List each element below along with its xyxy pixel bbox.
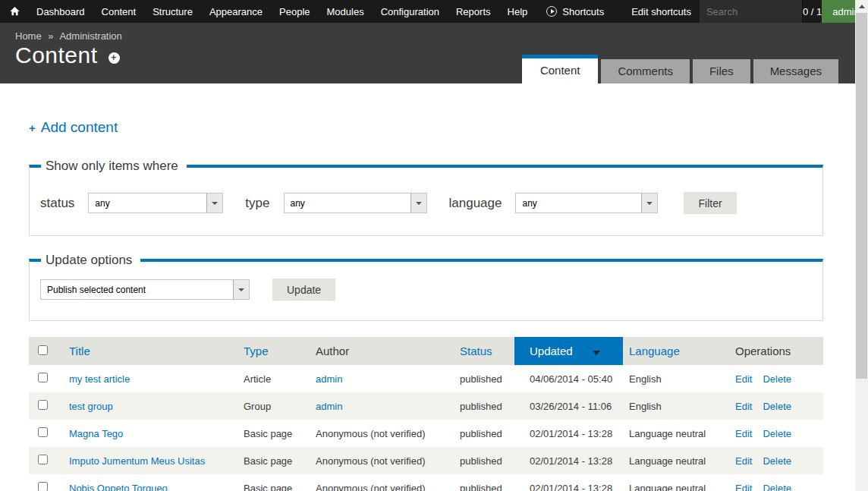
language-label: language	[449, 196, 502, 211]
table-row: test group Group admin published 03/26/2…	[29, 392, 823, 420]
update-options-fieldset: Update options Publish selected content …	[29, 253, 823, 321]
row-edit-link[interactable]: Edit	[735, 428, 752, 439]
row-language: Language neutral	[623, 420, 729, 447]
row-delete-link[interactable]: Delete	[763, 455, 791, 467]
scrollbar-thumb[interactable]	[856, 13, 867, 379]
shortcuts-label: Shortcuts	[562, 6, 604, 17]
update-button[interactable]: Update	[272, 279, 335, 301]
table-header-row: Title Type Author Status Updated Languag…	[29, 337, 823, 365]
menu-structure[interactable]: Structure	[144, 0, 201, 23]
row-select-checkbox[interactable]	[38, 400, 48, 410]
tab-files[interactable]: Files	[693, 59, 750, 83]
contextual-plus-icon[interactable]: +	[108, 52, 120, 64]
type-select-value: any	[285, 194, 410, 212]
update-action-select[interactable]: Publish selected content	[40, 279, 250, 300]
row-language: Language neutral	[623, 474, 729, 491]
row-updated: 02/01/2014 - 13:28	[514, 447, 623, 474]
sort-by-title-link[interactable]: Title	[69, 345, 90, 357]
row-title-link[interactable]: test group	[69, 401, 113, 412]
language-select[interactable]: any	[515, 193, 658, 213]
add-content-link[interactable]: + Add content	[29, 119, 118, 136]
breadcrumb-separator: »	[48, 30, 53, 42]
type-select[interactable]: any	[284, 193, 427, 213]
row-delete-link[interactable]: Delete	[763, 483, 791, 491]
breadcrumb-section: Administration	[59, 30, 121, 42]
add-content-label: Add content	[41, 119, 118, 136]
row-select-checkbox[interactable]	[38, 482, 48, 491]
main-content: + Add content Show only items where stat…	[0, 83, 855, 491]
row-updated: 02/01/2014 - 13:28	[514, 420, 623, 447]
row-updated: 02/01/2014 - 13:28	[514, 474, 623, 491]
sort-desc-icon	[593, 351, 600, 355]
row-language: Language neutral	[623, 447, 729, 474]
edit-shortcuts-link[interactable]: Edit shortcuts	[623, 0, 700, 23]
row-status: published	[454, 447, 514, 474]
author-column-header: Author	[316, 345, 349, 357]
row-status: published	[454, 420, 514, 447]
row-title-link[interactable]: my test article	[69, 373, 130, 385]
breadcrumb: Home » Administration	[15, 30, 122, 42]
add-plus-icon: +	[29, 121, 36, 134]
row-updated: 03/26/2014 - 11:06	[514, 392, 623, 420]
page-header: Home » Administration Content + Content …	[0, 23, 855, 83]
language-select-value: any	[516, 194, 641, 212]
sort-by-updated-link[interactable]: Updated	[530, 345, 573, 357]
update-options-legend: Update options	[41, 253, 140, 268]
scrollbar-up-icon[interactable]	[855, 0, 868, 13]
filter-fieldset: Show only items where status any type an…	[29, 159, 823, 236]
sort-by-type-link[interactable]: Type	[244, 345, 269, 357]
menu-appearance[interactable]: Appearance	[201, 0, 271, 23]
menu-configuration[interactable]: Configuration	[373, 0, 448, 23]
menu-help[interactable]: Help	[499, 0, 536, 23]
shortcuts-toggle[interactable]: Shortcuts	[536, 0, 612, 23]
menu-dashboard[interactable]: Dashboard	[28, 0, 93, 23]
row-delete-link[interactable]: Delete	[763, 428, 791, 439]
row-status: published	[454, 365, 514, 392]
row-edit-link[interactable]: Edit	[735, 401, 752, 412]
row-type: Group	[237, 392, 310, 420]
tab-comments[interactable]: Comments	[601, 59, 690, 83]
menu-people[interactable]: People	[271, 0, 318, 23]
row-select-checkbox[interactable]	[38, 427, 48, 437]
row-select-checkbox[interactable]	[38, 373, 48, 382]
filter-legend: Show only items where	[41, 159, 187, 174]
menu-content[interactable]: Content	[93, 0, 145, 23]
status-select[interactable]: any	[88, 193, 223, 213]
menu-reports[interactable]: Reports	[448, 0, 499, 23]
row-language: English	[623, 392, 729, 420]
row-author: Anonymous (not verified)	[316, 428, 426, 439]
row-title-link[interactable]: Imputo Jumentum Meus Usitas	[69, 455, 205, 467]
row-edit-link[interactable]: Edit	[735, 455, 752, 467]
row-edit-link[interactable]: Edit	[735, 483, 752, 491]
row-delete-link[interactable]: Delete	[763, 401, 791, 412]
row-type: Basic page	[237, 420, 310, 447]
home-icon[interactable]	[0, 0, 28, 23]
vertical-scrollbar[interactable]	[855, 0, 868, 491]
tab-messages[interactable]: Messages	[753, 59, 838, 83]
menu-modules[interactable]: Modules	[319, 0, 373, 23]
search-input[interactable]	[700, 0, 802, 23]
sort-by-language-link[interactable]: Language	[629, 345, 680, 357]
row-status: published	[454, 474, 514, 491]
row-title-link[interactable]: Nobis Oppeto Torqueo	[69, 483, 168, 491]
table-row: Nobis Oppeto Torqueo Basic page Anonymou…	[29, 474, 823, 491]
row-select-checkbox[interactable]	[38, 455, 48, 464]
row-author-link[interactable]: admin	[316, 401, 342, 412]
row-language: English	[623, 365, 729, 392]
select-all-checkbox[interactable]	[38, 345, 48, 355]
sort-by-status-link[interactable]: Status	[460, 345, 492, 357]
filter-button[interactable]: Filter	[684, 192, 736, 214]
primary-tabs: Content Comments Files Messages	[519, 55, 838, 83]
table-row: my test article Article admin published …	[29, 365, 823, 392]
row-author-link[interactable]: admin	[316, 373, 342, 385]
breadcrumb-home-link[interactable]: Home	[15, 30, 42, 42]
tab-content[interactable]: Content	[522, 55, 599, 83]
table-row: Magna Tego Basic page Anonymous (not ver…	[29, 420, 823, 447]
row-author: Anonymous (not verified)	[316, 483, 426, 491]
row-edit-link[interactable]: Edit	[735, 373, 752, 385]
chevron-down-icon	[233, 280, 249, 299]
chevron-down-icon	[206, 194, 222, 212]
row-title-link[interactable]: Magna Tego	[69, 428, 123, 439]
drupal-content-admin-page: Dashboard Content Structure Appearance P…	[0, 0, 868, 491]
row-delete-link[interactable]: Delete	[763, 373, 791, 385]
